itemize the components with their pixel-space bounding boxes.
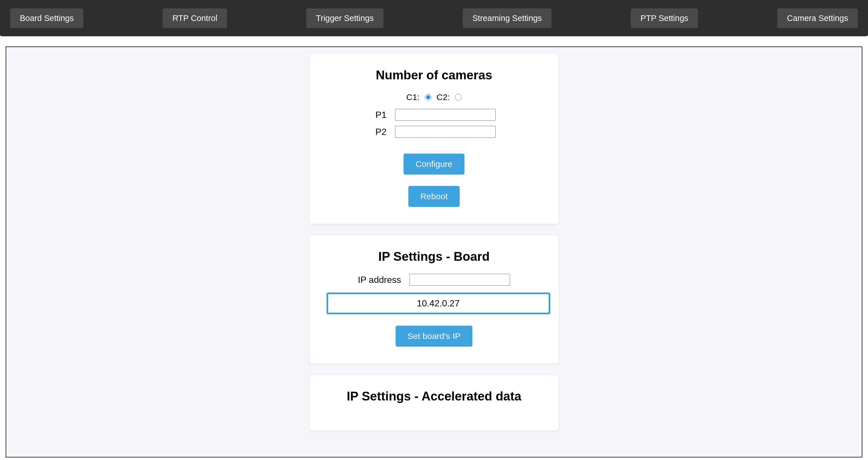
- p2-input[interactable]: [395, 126, 496, 138]
- p1-input[interactable]: [395, 109, 496, 121]
- set-board-ip-button[interactable]: Set board's IP: [396, 326, 473, 347]
- p1-row: P1: [327, 109, 542, 121]
- current-ip-display: 10.42.0.27: [327, 293, 550, 314]
- content-inner: Number of cameras C1: C2: P1 P2 Configur…: [6, 47, 862, 457]
- tab-ptp-settings[interactable]: PTP Settings: [631, 8, 698, 28]
- ip-address-row: IP address: [327, 274, 542, 286]
- c2-radio[interactable]: [455, 94, 462, 101]
- tab-trigger-settings[interactable]: Trigger Settings: [306, 8, 383, 28]
- c2-label: C2:: [437, 92, 450, 102]
- c1-radio[interactable]: [425, 94, 432, 101]
- card-ip-settings-board: IP Settings - Board IP address 10.42.0.2…: [309, 235, 559, 364]
- c1-label: C1:: [406, 92, 420, 102]
- card-title-cameras: Number of cameras: [327, 68, 542, 82]
- tab-streaming-settings[interactable]: Streaming Settings: [463, 8, 552, 28]
- p1-label: P1: [372, 110, 386, 120]
- card-ip-settings-accelerated: IP Settings - Accelerated data: [309, 375, 559, 431]
- ip-address-label: IP address: [358, 275, 401, 285]
- reboot-button[interactable]: Reboot: [408, 186, 460, 207]
- card-title-ip-accel: IP Settings - Accelerated data: [327, 389, 542, 403]
- p2-label: P2: [372, 127, 386, 137]
- ip-address-input[interactable]: [409, 274, 510, 286]
- tab-rtp-control[interactable]: RTP Control: [163, 8, 227, 28]
- tab-board-settings[interactable]: Board Settings: [10, 8, 83, 28]
- top-navbar: Board Settings RTP Control Trigger Setti…: [0, 0, 868, 36]
- p2-row: P2: [327, 126, 542, 138]
- content-frame[interactable]: Number of cameras C1: C2: P1 P2 Configur…: [6, 47, 862, 457]
- card-title-ip-board: IP Settings - Board: [327, 249, 542, 264]
- camera-radio-row: C1: C2:: [327, 92, 542, 102]
- camera-button-stack: Configure Reboot: [327, 148, 542, 207]
- card-number-of-cameras: Number of cameras C1: C2: P1 P2 Configur…: [309, 54, 559, 224]
- configure-button[interactable]: Configure: [404, 154, 464, 175]
- tab-camera-settings[interactable]: Camera Settings: [777, 8, 858, 28]
